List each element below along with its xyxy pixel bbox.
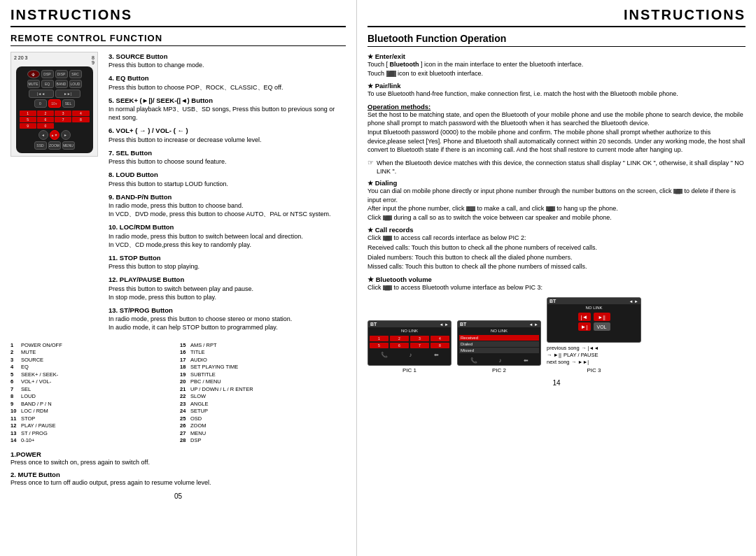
remote-row-2: MUTE EQ BAND LOUD xyxy=(27,80,82,88)
pic1-icon-row: 📞 ♪ ⬅ xyxy=(368,350,451,360)
power-title: 1.POWER xyxy=(10,450,346,458)
pic1-top-bar: BT ◄ ► xyxy=(368,321,451,327)
legend-1: 1POWER ON/OFF xyxy=(10,342,176,350)
bt-operation-body: Set the host to be matching state, and o… xyxy=(368,111,746,155)
inst-body-3: Press this button to change mode. xyxy=(108,61,346,69)
prev-btn: ◄ xyxy=(38,130,48,140)
pic2-top-bar: BT ◄ ► xyxy=(458,321,540,327)
pic3-play-btn: ►|| xyxy=(594,313,610,321)
inst-body-11: Press this button to stop playing. xyxy=(108,262,346,271)
legend-26: 26ZOOM xyxy=(180,422,346,430)
band-btn: BAND xyxy=(55,80,68,88)
pic3-bt-label: BT xyxy=(550,299,556,304)
eq-btn: EQ xyxy=(41,80,54,88)
pic3-labels: previous song → |◄◄ → ►|| PLAY / PAUSE n… xyxy=(547,345,641,365)
legend-5: 5SEEK+ / SEEK- xyxy=(10,371,176,379)
loud-btn: LOUD xyxy=(69,80,82,88)
legend-6: 6VOL+ / VOL- xyxy=(10,378,176,386)
inst-title-10: 10. LOC/RDM Button xyxy=(108,222,346,231)
legend-2: 2MUTE xyxy=(10,349,176,357)
seek-plus-btn: ►►| xyxy=(55,90,80,98)
call-icon: 📞 xyxy=(466,206,475,211)
pic2-icon-row: 📞 ♪ ⬅ xyxy=(458,355,540,366)
bt-enter-exit-body: Touch [ Bluetooth ] icon in the main int… xyxy=(368,60,746,78)
pic1-bt-label: BT xyxy=(370,322,377,327)
next-arrow: → ►►| xyxy=(572,359,589,364)
legend-col-2: 15AMS / RPT 16TITLE 17AUDIO 18SET PLAYIN… xyxy=(180,342,346,445)
legend-23: 23ANGLE xyxy=(180,401,346,408)
remote-label-right: 89 xyxy=(92,55,94,65)
legend-25: 25OSD xyxy=(180,415,346,423)
mute-btn: MUTE xyxy=(27,80,40,88)
pic-1-item: BT ◄ ► NO LINK 1 2 3 4 5 6 7 8 xyxy=(368,320,451,373)
inst-title-12: 12. PLAY/PAUSE Button xyxy=(108,275,346,284)
nav-center: ▲▼ xyxy=(50,130,59,140)
inst-title-5: 5. SEEK+ (►|)/ SEEK-(|◄) Button xyxy=(108,96,346,105)
inst-item-3: 3. SOURCE Button Press this button to ch… xyxy=(108,52,346,69)
inst-item-11: 11. STOP Button Press this button to sto… xyxy=(108,253,346,271)
pic1-num4: 4 xyxy=(430,336,449,341)
legend-15: 15AMS / RPT xyxy=(180,342,346,350)
mute-title: 2. MUTE Button xyxy=(10,471,346,478)
inst-body-9: In radio mode, press this button to choo… xyxy=(108,201,346,218)
remote-row-bottom: SSD ZOOM MENU xyxy=(34,141,75,150)
pic3-playpause-label-row: → ►|| PLAY / PAUSE xyxy=(547,352,641,358)
inst-item-10: 10. LOC/RDM Button In radio mode, press … xyxy=(108,222,346,249)
inst-title-9: 9. BAND-P/N Button xyxy=(108,192,346,201)
bt-keyword: Bluetooth xyxy=(390,61,419,68)
power-body: Press once to switch on, press again to … xyxy=(10,458,346,466)
bt-dialing-body: You can dial on mobile phone directly or… xyxy=(368,187,746,222)
inst-body-5: In normal playback MP3、USB、SD songs, Pre… xyxy=(108,105,346,122)
inst-title-4: 4. EQ Button xyxy=(108,73,346,83)
remote-image-area: 2 20 3 89 ⏻ DSP DISP SRC MUTE xyxy=(10,52,102,336)
play-btn: ZOOM xyxy=(48,141,61,150)
legend-area: 1POWER ON/OFF 2MUTE 3SOURCE 4EQ 5SEEK+ /… xyxy=(10,342,346,445)
inst-body-12: Press this button to switch between play… xyxy=(108,285,346,301)
num-9: 9 xyxy=(20,123,36,129)
legend-22: 22SLOW xyxy=(180,393,346,401)
hangup-icon: ⬛ xyxy=(546,206,555,211)
call-records-line1: Click ⬛ to access call records interface… xyxy=(368,234,746,243)
note-text: When the Bluetooth device matches with t… xyxy=(377,159,746,176)
legend-8: 8LOUD xyxy=(10,393,176,401)
legend-12: 12PLAY / PAUSE xyxy=(10,422,176,430)
playpause-label: PLAY / PAUSE xyxy=(564,352,598,358)
zoom-btn: SRC xyxy=(69,70,82,78)
legend-18: 18SET PLAYING TIME xyxy=(180,364,346,371)
inst-body-4: Press this button to choose POP、ROCK、CLA… xyxy=(108,83,346,92)
seek-minus-btn: |◄◄ xyxy=(29,90,54,98)
disp-btn2: DISP xyxy=(55,70,68,78)
pic3-play-controls: ►|| VOL xyxy=(594,313,610,331)
inst-item-9: 9. BAND-P/N Button In radio mode, press … xyxy=(108,192,346,219)
right-panel: INSTRUCTIONS Bluetooth Function Operatio… xyxy=(357,0,756,556)
bt-pair-link: ★ Pair/link To use Bluetooth hand-free f… xyxy=(368,82,746,99)
pic3-vol-btn: VOL xyxy=(594,322,610,331)
bt-enter-exit: ★ Enter/exit Touch [ Bluetooth ] icon in… xyxy=(368,52,746,78)
bt-operation-title: Operation methods: xyxy=(368,103,746,111)
pic1-no-link: NO LINK xyxy=(368,329,451,333)
0-btn: 0 xyxy=(34,99,47,108)
pic3-next-label-row: next song → ►►| xyxy=(547,359,641,365)
power-item: 1.POWER Press once to switch on, press a… xyxy=(10,450,346,466)
num-8: 8 xyxy=(72,117,89,122)
pic3-top-bar: BT ◄ ► xyxy=(547,298,640,304)
legend-20: 20PBC / MENU xyxy=(180,378,346,386)
pic-2-screen: BT ◄ ► NO LINK Received Dialed Missed 📞 … xyxy=(457,320,541,366)
menu-btn: MENU xyxy=(62,141,75,150)
bt-icon-exit: ⬛ xyxy=(386,71,396,77)
pic1-num1: 1 xyxy=(370,336,388,341)
legend-21: 21UP / DOWN / L / R ENTER xyxy=(180,386,346,394)
inst-body-8: Press this button to startup LOUD functi… xyxy=(108,180,346,188)
pic-1-screen: BT ◄ ► NO LINK 1 2 3 4 5 6 7 8 xyxy=(368,320,451,366)
inst-item-13: 13. ST/PROG Button In radio mode, press … xyxy=(108,306,346,332)
legend-17: 17AUDIO xyxy=(180,357,346,364)
stop-btn: SSD xyxy=(34,141,47,150)
legend-4: 4EQ xyxy=(10,364,176,371)
legend-19: 19SUBTITLE xyxy=(180,371,346,379)
pic2-bt-label: BT xyxy=(460,322,466,327)
legend-13: 13ST / PROG xyxy=(10,430,176,438)
legend-14: 140-10+ xyxy=(10,437,176,445)
pic2-arrow: ◄ ► xyxy=(528,322,538,327)
switch-icon: ⬛ xyxy=(383,215,392,220)
inst-item-5: 5. SEEK+ (►|)/ SEEK-(|◄) Button In norma… xyxy=(108,96,346,122)
